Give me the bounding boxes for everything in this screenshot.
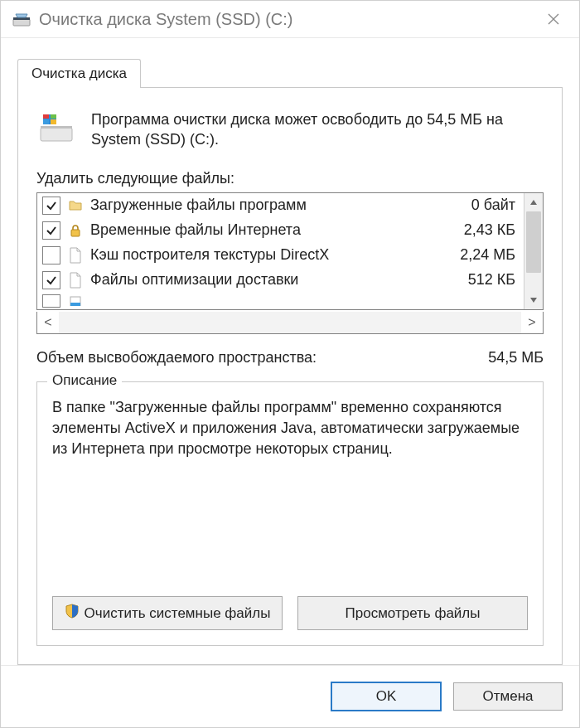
view-files-button[interactable]: Просмотреть файлы [297, 596, 528, 630]
tab-strip: Очистка диска [17, 56, 563, 88]
shield-icon [65, 604, 80, 623]
intro-row: Программа очистки диска может освободить… [36, 109, 544, 150]
file-list-body[interactable]: Загруженные файлы программ 0 байт Времен… [37, 193, 524, 309]
folder-icon [67, 197, 84, 214]
svg-rect-7 [43, 119, 49, 124]
description-group: Описание В папке "Загруженные файлы прог… [36, 381, 544, 646]
lock-icon [67, 222, 84, 239]
close-button[interactable] [534, 1, 573, 37]
scroll-track[interactable] [524, 273, 543, 291]
titlebar: Очистка диска System (SSD) (C:) [1, 1, 579, 38]
svg-rect-0 [13, 19, 30, 26]
clean-system-files-label: Очистить системные файлы [85, 605, 271, 622]
drive-icon [36, 109, 76, 150]
svg-rect-3 [41, 126, 72, 129]
svg-rect-5 [43, 114, 49, 119]
file-icon [67, 293, 84, 309]
vertical-scrollbar[interactable] [524, 193, 543, 309]
intro-text: Программа очистки диска может освободить… [91, 109, 544, 150]
file-row-size: 512 КБ [449, 271, 515, 289]
disk-cleanup-icon [12, 10, 31, 28]
file-icon [67, 272, 84, 289]
file-list: Загруженные файлы программ 0 байт Времен… [36, 192, 544, 310]
window-title: Очистка диска System (SSD) (C:) [39, 10, 534, 29]
checkbox[interactable] [42, 271, 60, 289]
scroll-up-icon[interactable] [524, 193, 543, 211]
file-row[interactable]: Файлы оптимизации доставки 512 КБ [37, 268, 524, 293]
view-files-label: Просмотреть файлы [346, 605, 481, 622]
total-row: Объем высвобождаемого пространства: 54,5… [36, 349, 544, 366]
ok-label: OK [376, 688, 397, 705]
scroll-left-icon[interactable]: < [37, 312, 59, 333]
disk-cleanup-window: Очистка диска System (SSD) (C:) Очистка … [0, 0, 580, 728]
tab-cleanup[interactable]: Очистка диска [17, 59, 141, 88]
checkbox[interactable] [42, 294, 60, 308]
scroll-down-icon[interactable] [524, 291, 543, 309]
client-area: Очистка диска Программа очистки диска мо… [1, 38, 579, 665]
scroll-track[interactable] [59, 312, 521, 333]
horizontal-scrollbar[interactable]: < > [36, 312, 544, 334]
svg-rect-2 [41, 128, 72, 141]
svg-rect-11 [70, 303, 80, 306]
file-icon [67, 247, 84, 264]
file-row-label: Загруженные файлы программ [90, 197, 442, 214]
file-row[interactable]: Временные файлы Интернета 2,43 КБ [37, 218, 524, 243]
scroll-right-icon[interactable]: > [521, 312, 543, 333]
dialog-footer: OK Отмена [1, 665, 579, 727]
total-label: Объем высвобождаемого пространства: [36, 349, 317, 366]
file-row-size: 2,24 МБ [449, 246, 515, 264]
description-legend: Описание [47, 372, 122, 389]
file-row[interactable]: Загруженные файлы программ 0 байт [37, 193, 524, 218]
clean-system-files-button[interactable]: Очистить системные файлы [52, 596, 283, 630]
check-icon [46, 274, 57, 286]
file-row-size: 2,43 КБ [449, 221, 515, 239]
cancel-label: Отмена [483, 688, 534, 705]
file-row-label: Файлы оптимизации доставки [90, 271, 442, 289]
file-row[interactable]: Кэш построителя текстуры DirectX 2,24 МБ [37, 243, 524, 268]
svg-rect-8 [51, 119, 56, 124]
check-icon [46, 225, 57, 236]
ok-button[interactable]: OK [331, 682, 442, 711]
description-text: В папке "Загруженные файлы программ" вре… [52, 397, 528, 585]
file-row-label: Временные файлы Интернета [90, 221, 442, 239]
scroll-thumb[interactable] [526, 211, 541, 273]
cancel-button[interactable]: Отмена [453, 682, 563, 711]
close-icon [548, 13, 559, 25]
svg-rect-6 [51, 114, 56, 119]
checkbox[interactable] [42, 197, 60, 215]
description-buttons: Очистить системные файлы Просмотреть фай… [52, 596, 528, 630]
total-value: 54,5 МБ [488, 349, 544, 366]
checkbox[interactable] [42, 246, 60, 265]
files-label: Удалить следующие файлы: [36, 170, 544, 187]
svg-rect-9 [71, 230, 80, 236]
checkbox[interactable] [42, 221, 60, 240]
file-row-label: Кэш построителя текстуры DirectX [90, 246, 442, 264]
check-icon [46, 200, 57, 211]
file-row-size: 0 байт [449, 197, 515, 214]
file-row-partial[interactable] [37, 293, 524, 309]
tab-panel: Программа очистки диска может освободить… [17, 87, 563, 665]
